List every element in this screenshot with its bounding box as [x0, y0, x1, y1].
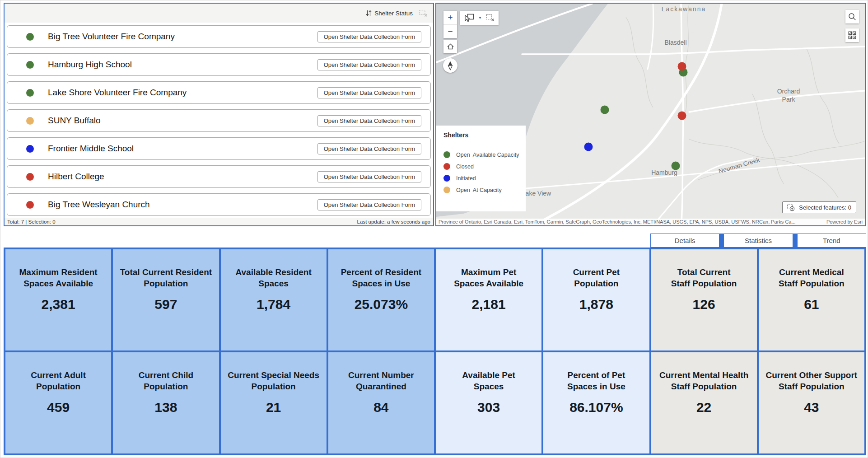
open-shelter-form-button[interactable]: Open Shelter Data Collection Form: [317, 171, 421, 182]
legend-title: Shelters: [443, 131, 526, 139]
stat-label: Total Current Resident Population: [120, 266, 212, 289]
map-place-label: Blasdell: [664, 39, 686, 46]
attribution-text: Province of Ontario, Esri Canada, Esri, …: [436, 219, 825, 225]
stat-value: 126: [693, 297, 715, 312]
shelter-list-panel: Shelter Status Big Tree Volunteer Fire C…: [4, 3, 434, 226]
clear-selection-icon[interactable]: [486, 14, 495, 22]
zoom-control: + −: [443, 11, 457, 38]
selected-features-badge[interactable]: Selected features: 0: [782, 201, 856, 213]
selected-features-label: Selected features: 0: [799, 204, 851, 211]
shelter-marker[interactable]: [678, 112, 686, 120]
open-shelter-form-button[interactable]: Open Shelter Data Collection Form: [317, 199, 421, 210]
zoom-out-button[interactable]: −: [443, 24, 457, 38]
legend-dot: [443, 187, 450, 193]
stat-card-percent-resident-spaces: Percent of Resident Spaces in Use 25.073…: [328, 249, 434, 351]
shelter-name: Hilbert College: [48, 172, 104, 182]
map-selection-toolbar: ▼: [460, 11, 499, 25]
open-shelter-form-button[interactable]: Open Shelter Data Collection Form: [317, 31, 421, 42]
stat-label: Available Pet Spaces: [462, 369, 515, 392]
shelter-list-item[interactable]: Big Tree Wesleyan Church Open Shelter Da…: [7, 193, 431, 216]
clear-selection-icon[interactable]: [419, 9, 428, 17]
shelter-list-item[interactable]: SUNY Buffalo Open Shelter Data Collectio…: [7, 109, 431, 132]
stat-label: Percent of Pet Spaces in Use: [567, 369, 625, 392]
list-footer: Total: 7 | Selection: 0 Last update: a f…: [5, 218, 433, 225]
legend-dot: [443, 151, 450, 158]
shelter-name: Big Tree Volunteer Fire Company: [48, 32, 175, 42]
shelter-name: Frontier Middle School: [48, 144, 134, 154]
home-button[interactable]: [443, 40, 457, 53]
stat-label: Current Pet Population: [573, 266, 620, 289]
shelter-marker[interactable]: [672, 162, 680, 170]
tab-trend[interactable]: Trend: [797, 234, 866, 248]
stat-value: 61: [804, 297, 819, 312]
shelter-name: Lake Shore Volunteer Fire Company: [48, 88, 187, 98]
stat-label: Current Mental Health Staff Population: [659, 369, 748, 392]
shelter-marker[interactable]: [601, 106, 609, 114]
open-shelter-form-button[interactable]: Open Shelter Data Collection Form: [317, 87, 421, 98]
sort-control[interactable]: Shelter Status: [366, 10, 413, 17]
overview-widget-button[interactable]: [845, 28, 859, 42]
stat-value: 1,784: [257, 297, 290, 312]
stat-label: Current Child Population: [139, 369, 193, 392]
stat-value: 84: [373, 400, 388, 415]
map-place-label: Lackawanna: [662, 5, 706, 13]
stat-card-number-quarantined: Current Number Quarantined 84: [328, 352, 434, 453]
legend-item: Open Available Capacity: [443, 151, 526, 158]
stat-card-adult-population: Current Adult Population 459: [5, 352, 111, 453]
shelter-list-item[interactable]: Frontier Middle School Open Shelter Data…: [7, 137, 431, 160]
stat-label: Current Special Needs Population: [228, 369, 319, 392]
select-tool-icon[interactable]: [464, 14, 474, 22]
tab-details[interactable]: Details: [650, 234, 719, 248]
shelter-marker[interactable]: [584, 143, 593, 151]
shelter-marker[interactable]: [678, 62, 686, 71]
open-shelter-form-button[interactable]: Open Shelter Data Collection Form: [317, 143, 421, 154]
shelter-name: Hamburg High School: [48, 60, 132, 70]
home-icon: [447, 43, 454, 50]
stat-value: 2,381: [42, 297, 75, 312]
legend-item: Closed: [443, 163, 526, 170]
shelter-list-item[interactable]: Lake Shore Volunteer Fire Company Open S…: [7, 81, 431, 104]
stat-value: 22: [696, 400, 711, 415]
shelter-list-item[interactable]: Big Tree Volunteer Fire Company Open She…: [7, 25, 431, 48]
legend-dot: [443, 163, 450, 170]
status-dot: [26, 173, 34, 181]
legend-item: Initiated: [443, 175, 526, 182]
stat-card-other-support-staff: Current Other Support Staff Population 4…: [759, 352, 864, 453]
stat-card-mental-health-staff: Current Mental Health Staff Population 2…: [651, 352, 757, 453]
stat-label: Maximum Pet Spaces Available: [454, 266, 523, 289]
stat-card-medical-staff-population: Current Medical Staff Population 61: [759, 249, 864, 351]
open-shelter-form-button[interactable]: Open Shelter Data Collection Form: [317, 115, 421, 126]
zoom-in-button[interactable]: +: [443, 11, 457, 24]
open-shelter-form-button[interactable]: Open Shelter Data Collection Form: [317, 59, 421, 70]
chevron-down-icon[interactable]: ▼: [478, 16, 482, 20]
stat-card-total-resident-population: Total Current Resident Population 597: [113, 249, 219, 351]
map-attribution: Province of Ontario, Esri Canada, Esri, …: [436, 218, 865, 225]
shelter-list-item[interactable]: Hilbert College Open Shelter Data Collec…: [7, 165, 431, 188]
powered-by-esri-link[interactable]: Powered by Esri: [825, 219, 865, 225]
tab-statistics[interactable]: Statistics: [723, 234, 793, 248]
stat-card-max-pet-spaces: Maximum Pet Spaces Available 2,181: [436, 249, 541, 351]
compass-needle-icon: [446, 61, 455, 70]
stat-value: 2,181: [472, 297, 506, 312]
map-place-label: Lake View: [522, 190, 551, 197]
status-dot: [26, 145, 34, 153]
overview-grid-icon: [848, 31, 856, 39]
map-place-label: Orchard: [777, 88, 800, 95]
shelter-list-header: Shelter Status: [5, 4, 433, 23]
stat-value: 459: [47, 400, 70, 415]
status-dot: [26, 33, 34, 41]
map-place-label: Hamburg: [651, 169, 677, 176]
search-icon: [848, 13, 856, 21]
stat-card-child-population: Current Child Population 138: [113, 352, 219, 453]
stat-card-current-pet-population: Current Pet Population 1,878: [543, 249, 649, 351]
stat-label: Total Current Staff Population: [671, 266, 737, 289]
stat-value: 138: [154, 400, 177, 415]
legend-label: Initiated: [456, 175, 476, 182]
map-search-button[interactable]: [845, 10, 859, 23]
shelter-list-item[interactable]: Hamburg High School Open Shelter Data Co…: [7, 53, 431, 76]
stat-value: 303: [477, 400, 500, 415]
map-panel: Lackawanna Blasdell Orchard Park Hamburg…: [435, 3, 866, 226]
compass-button[interactable]: [443, 58, 457, 73]
stat-card-special-needs-population: Current Special Needs Population 21: [221, 352, 327, 453]
status-dot: [26, 117, 34, 125]
